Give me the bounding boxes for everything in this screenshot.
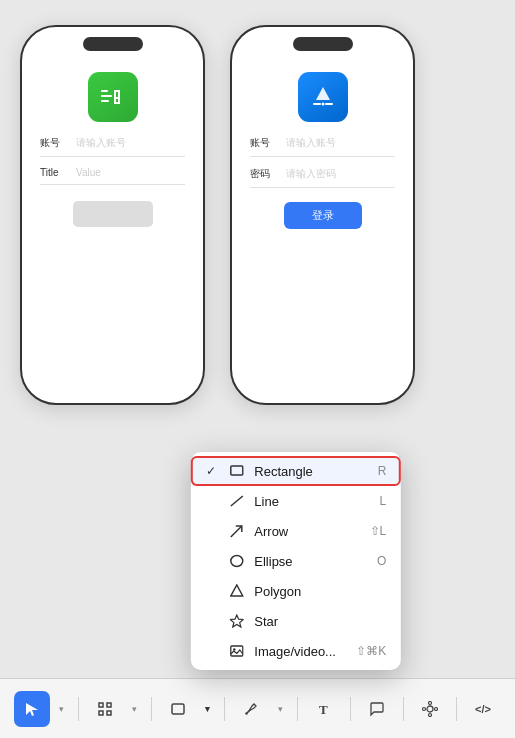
phone-2-placeholder-2: 请输入密码 — [286, 167, 336, 181]
select-tool-dropdown[interactable]: ▾ — [52, 691, 70, 727]
select-tool-group: ▾ — [14, 691, 70, 727]
arrow-shape-icon — [228, 523, 244, 539]
phone-1-label-1: 账号 — [40, 136, 68, 150]
separator-5 — [350, 697, 351, 721]
phone-1-field-1: 账号 请输入账号 — [40, 136, 185, 157]
svg-rect-7 — [114, 102, 120, 104]
ellipse-label: Ellipse — [254, 554, 367, 569]
phone-2-label-2: 密码 — [250, 167, 278, 181]
shape-dropdown-menu[interactable]: ✓ Rectangle R Line L Arrow ⇧L Ellipse O — [190, 452, 400, 670]
separator-1 — [78, 697, 79, 721]
phone-2-placeholder-1: 请输入账号 — [286, 136, 336, 150]
menu-item-ellipse[interactable]: Ellipse O — [190, 546, 400, 576]
svg-marker-15 — [230, 615, 243, 627]
svg-point-26 — [427, 706, 433, 712]
arrow-label: Arrow — [254, 524, 359, 539]
shape-tool-dropdown[interactable]: ▾ — [198, 691, 216, 727]
separator-4 — [297, 697, 298, 721]
svg-rect-0 — [101, 90, 108, 92]
phone-1-placeholder-1: 请输入账号 — [76, 136, 126, 150]
svg-rect-1 — [101, 95, 112, 97]
phone-1: 账号 请输入账号 Title Value — [20, 25, 205, 405]
components-tool-button[interactable] — [412, 691, 448, 727]
svg-point-8 — [321, 103, 324, 106]
svg-rect-10 — [230, 466, 242, 475]
comment-tool-button[interactable] — [359, 691, 395, 727]
star-label: Star — [254, 614, 376, 629]
toolbar: ▾ ▾ ▾ ▾ T </> — [0, 678, 515, 738]
image-icon — [228, 643, 244, 659]
svg-rect-19 — [99, 703, 103, 707]
phone-1-field-2: Title Value — [40, 167, 185, 185]
menu-item-rectangle[interactable]: ✓ Rectangle R — [190, 456, 400, 486]
phones-container: 账号 请输入账号 Title Value — [20, 25, 415, 405]
svg-point-28 — [429, 713, 432, 716]
image-shortcut: ⇧⌘K — [356, 644, 386, 658]
shape-tool-group: ▾ — [160, 691, 216, 727]
phone-1-notch — [83, 37, 143, 51]
svg-line-12 — [230, 526, 241, 537]
menu-item-polygon[interactable]: Polygon — [190, 576, 400, 606]
separator-2 — [151, 697, 152, 721]
rectangle-menu-item-wrapper: ✓ Rectangle R — [190, 456, 400, 486]
svg-text:T: T — [319, 702, 328, 717]
svg-point-27 — [429, 701, 432, 704]
svg-rect-20 — [107, 703, 111, 707]
line-icon — [228, 493, 244, 509]
separator-3 — [224, 697, 225, 721]
svg-point-24 — [245, 712, 247, 714]
ellipse-shortcut: O — [377, 554, 386, 568]
phone-2-content: 账号 请输入账号 密码 请输入密码 登录 — [232, 27, 413, 247]
svg-rect-2 — [101, 100, 109, 102]
svg-point-29 — [423, 707, 426, 710]
rectangle-label: Rectangle — [254, 464, 367, 479]
pen-tool-button[interactable] — [233, 691, 269, 727]
phone-2: 账号 请输入账号 密码 请输入密码 登录 — [230, 25, 415, 405]
arrow-shortcut: ⇧L — [370, 524, 387, 538]
phone-2-label-1: 账号 — [250, 136, 278, 150]
shape-tool-button[interactable] — [160, 691, 196, 727]
rectangle-shortcut: R — [378, 464, 387, 478]
svg-rect-5 — [114, 90, 120, 92]
code-button[interactable]: </> — [465, 691, 501, 727]
svg-point-13 — [230, 556, 242, 567]
menu-item-arrow[interactable]: Arrow ⇧L — [190, 516, 400, 546]
ellipse-icon — [228, 553, 244, 569]
svg-rect-23 — [172, 704, 184, 714]
line-shortcut: L — [380, 494, 387, 508]
svg-point-30 — [435, 707, 438, 710]
check-icon: ✓ — [204, 464, 218, 478]
svg-marker-14 — [230, 585, 242, 596]
frame-tool-group: ▾ — [87, 691, 143, 727]
appstore-app-icon — [298, 72, 348, 122]
svg-marker-18 — [26, 703, 38, 716]
polygon-icon — [228, 583, 244, 599]
select-tool-button[interactable] — [14, 691, 50, 727]
login-button[interactable]: 登录 — [284, 202, 362, 229]
phone-1-button-placeholder — [73, 201, 153, 227]
numbers-app-icon — [88, 72, 138, 122]
menu-item-image[interactable]: Image/video... ⇧⌘K — [190, 636, 400, 666]
frame-tool-button[interactable] — [87, 691, 123, 727]
frame-tool-dropdown[interactable]: ▾ — [125, 691, 143, 727]
separator-7 — [456, 697, 457, 721]
menu-item-star[interactable]: Star — [190, 606, 400, 636]
phone-1-content: 账号 请输入账号 Title Value — [22, 27, 203, 245]
pen-tool-dropdown[interactable]: ▾ — [271, 691, 289, 727]
polygon-label: Polygon — [254, 584, 376, 599]
phone-2-notch — [293, 37, 353, 51]
star-icon — [228, 613, 244, 629]
svg-rect-22 — [107, 711, 111, 715]
svg-rect-6 — [114, 97, 120, 99]
svg-line-11 — [230, 496, 242, 506]
rectangle-icon — [228, 463, 244, 479]
phone-1-label-2: Title — [40, 167, 68, 178]
svg-point-17 — [233, 648, 235, 650]
image-label: Image/video... — [254, 644, 346, 659]
text-tool-button[interactable]: T — [306, 691, 342, 727]
phone-2-field-2: 密码 请输入密码 — [250, 167, 395, 188]
separator-6 — [403, 697, 404, 721]
pen-tool-group: ▾ — [233, 691, 289, 727]
menu-item-line[interactable]: Line L — [190, 486, 400, 516]
phone-2-field-1: 账号 请输入账号 — [250, 136, 395, 157]
